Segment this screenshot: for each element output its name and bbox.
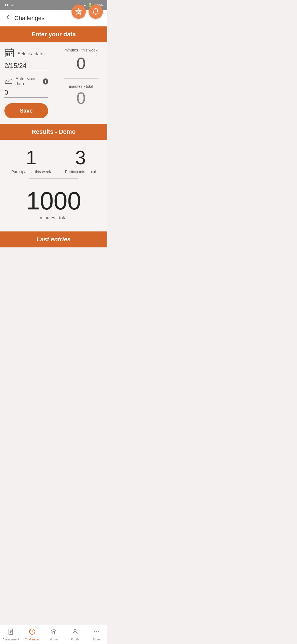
time: 11:32 — [4, 3, 13, 7]
svg-rect-9 — [7, 54, 8, 55]
svg-rect-10 — [9, 54, 10, 55]
minutes-week-label: minutes - this week — [65, 48, 98, 52]
enter-data-section: Select a date Enter your data i — [0, 42, 107, 124]
results-divider — [29, 178, 78, 179]
participants-total-value: 3 — [65, 148, 96, 167]
svg-rect-6 — [7, 53, 8, 54]
date-row: Select a date — [4, 48, 48, 60]
results-section: 1 Participants - this week 3 Participant… — [0, 140, 107, 231]
data-entry-row: Enter your data i — [4, 77, 48, 86]
data-grid: Select a date Enter your data i — [4, 48, 103, 118]
save-button[interactable]: Save — [4, 103, 48, 118]
data-entry-label: Enter your data — [15, 77, 40, 86]
data-value-input[interactable] — [4, 89, 48, 98]
enter-data-header: Enter your data — [0, 26, 107, 42]
top-nav: Challenges — [0, 10, 107, 26]
calendar-icon — [4, 48, 14, 60]
participants-this-week: 1 Participants - this week — [11, 148, 51, 174]
nav-icons — [72, 4, 103, 19]
chart-icon — [4, 77, 13, 86]
svg-marker-0 — [76, 9, 82, 14]
page-title: Challenges — [14, 15, 45, 22]
svg-rect-8 — [11, 53, 12, 54]
minutes-total-value: 0 — [76, 89, 86, 108]
back-button[interactable] — [4, 14, 11, 22]
participants-total: 3 Participants - total — [65, 148, 96, 174]
participants-total-label: Participants - total — [65, 170, 96, 174]
total-minutes-label: minutes - total — [4, 215, 103, 220]
participants-week-label: Participants - this week — [11, 170, 51, 174]
last-entries-header: Last entries — [0, 231, 107, 247]
svg-rect-7 — [9, 53, 10, 54]
minutes-divider — [64, 78, 98, 79]
data-right: minutes - this week 0 minutes - total 0 — [54, 48, 103, 118]
info-icon[interactable]: i — [43, 78, 48, 84]
participants-week-value: 1 — [11, 148, 51, 167]
notification-icon-button[interactable] — [89, 4, 103, 19]
results-header: Results - Demo — [0, 124, 107, 140]
total-minutes-section: 1000 minutes - total — [4, 183, 103, 223]
total-minutes-number: 1000 — [4, 189, 103, 213]
results-grid: 1 Participants - this week 3 Participant… — [4, 148, 103, 174]
badge-icon-button[interactable] — [72, 4, 86, 19]
data-left: Select a date Enter your data i — [4, 48, 54, 118]
minutes-week-value: 0 — [76, 54, 86, 73]
date-label: Select a date — [18, 51, 43, 56]
svg-point-1 — [78, 11, 80, 13]
minutes-total-label: minutes - total — [69, 84, 93, 89]
date-input[interactable] — [4, 62, 48, 71]
